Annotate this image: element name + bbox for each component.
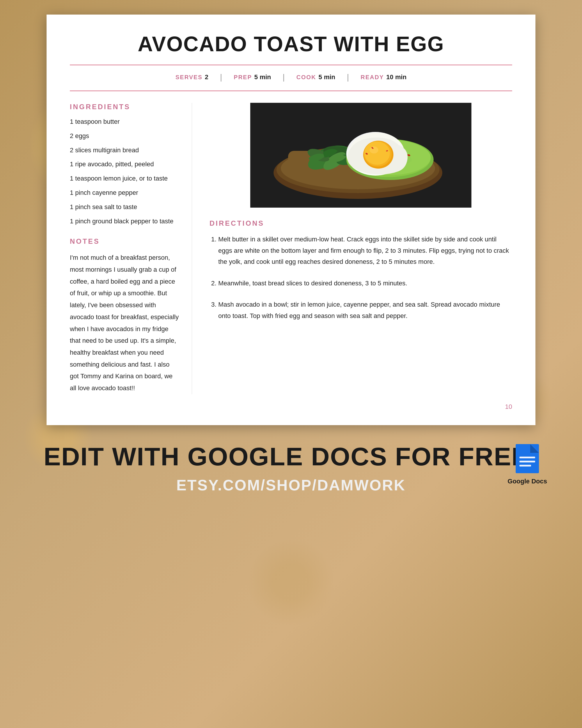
stats-row: SERVES 2 | PREP 5 min | COOK 5 min | REA… — [70, 73, 512, 82]
ready-value: 10 min — [386, 73, 407, 81]
list-item: 2 slices multigrain bread — [70, 146, 180, 155]
list-item: Melt butter in a skillet over medium-low… — [218, 234, 512, 268]
notes-heading: NOTES — [70, 237, 180, 245]
main-content: INGREDIENTS 1 teaspoon butter 2 eggs 2 s… — [70, 103, 512, 394]
banner-title: EDIT WITH GOOGLE DOCS FOR FREE! — [44, 443, 538, 471]
left-col-inner: INGREDIENTS 1 teaspoon butter 2 eggs 2 s… — [70, 103, 192, 394]
page-number: 10 — [70, 403, 512, 411]
directions-list: Melt butter in a skillet over medium-low… — [210, 234, 512, 321]
divider-2: | — [282, 73, 285, 82]
list-item: 1 pinch ground black pepper to taste — [70, 217, 180, 226]
list-item: 1 teaspoon butter — [70, 118, 180, 126]
food-image — [210, 103, 512, 208]
google-docs-icon — [514, 443, 541, 475]
divider-3: | — [347, 73, 349, 82]
svg-rect-36 — [516, 444, 539, 473]
notes-section: NOTES I'm not much of a breakfast person… — [70, 237, 180, 394]
google-docs-badge: Google Docs — [507, 443, 547, 485]
banner-url: Etsy.com/shop/DAMwork — [176, 476, 406, 494]
notes-text: I'm not much of a breakfast person, most… — [70, 252, 180, 394]
list-item: Mash avocado in a bowl; stir in lemon ju… — [218, 299, 512, 321]
prep-value: 5 min — [254, 73, 271, 81]
ready-label: READY — [361, 74, 384, 81]
svg-point-30 — [364, 141, 390, 165]
stat-cook: COOK 5 min — [297, 73, 335, 81]
list-item: 2 eggs — [70, 132, 180, 141]
directions-section: DIRECTIONS Melt butter in a skillet over… — [210, 219, 512, 321]
svg-rect-39 — [520, 465, 531, 467]
recipe-card: AVOCADO TOAST WITH EGG SERVES 2 | PREP 5… — [47, 15, 535, 425]
bottom-banner: EDIT WITH GOOGLE DOCS FOR FREE! Etsy.com… — [0, 431, 582, 503]
gdocs-label: Google Docs — [507, 477, 547, 485]
list-item: 1 ripe avocado, pitted, peeled — [70, 160, 180, 169]
serves-label: SERVES — [175, 74, 202, 81]
divider-1: | — [220, 73, 222, 82]
svg-rect-37 — [520, 457, 535, 458]
directions-heading: DIRECTIONS — [210, 219, 512, 228]
list-item: 1 pinch cayenne pepper — [70, 188, 180, 198]
serves-value: 2 — [205, 73, 209, 81]
top-divider — [70, 64, 512, 65]
prep-label: PREP — [234, 74, 252, 81]
svg-point-31 — [369, 147, 378, 153]
right-column: DIRECTIONS Melt butter in a skillet over… — [210, 103, 512, 394]
list-item: 1 pinch sea salt to taste — [70, 203, 180, 212]
stat-ready: READY 10 min — [361, 73, 407, 81]
list-item: Meanwhile, toast bread slices to desired… — [218, 278, 512, 289]
list-item: 1 teaspoon lemon juice, or to taste — [70, 174, 180, 183]
left-column: INGREDIENTS 1 teaspoon butter 2 eggs 2 s… — [70, 103, 192, 394]
recipe-title: AVOCADO TOAST WITH EGG — [70, 32, 512, 56]
stat-serves: SERVES 2 — [175, 73, 209, 81]
bottom-divider — [70, 90, 512, 91]
ingredients-heading: INGREDIENTS — [70, 103, 180, 111]
food-image-container — [210, 103, 512, 208]
svg-rect-38 — [520, 461, 535, 462]
cook-label: COOK — [297, 74, 316, 81]
ingredients-list: 1 teaspoon butter 2 eggs 2 slices multig… — [70, 118, 180, 226]
stat-prep: PREP 5 min — [234, 73, 271, 81]
cook-value: 5 min — [318, 73, 335, 81]
